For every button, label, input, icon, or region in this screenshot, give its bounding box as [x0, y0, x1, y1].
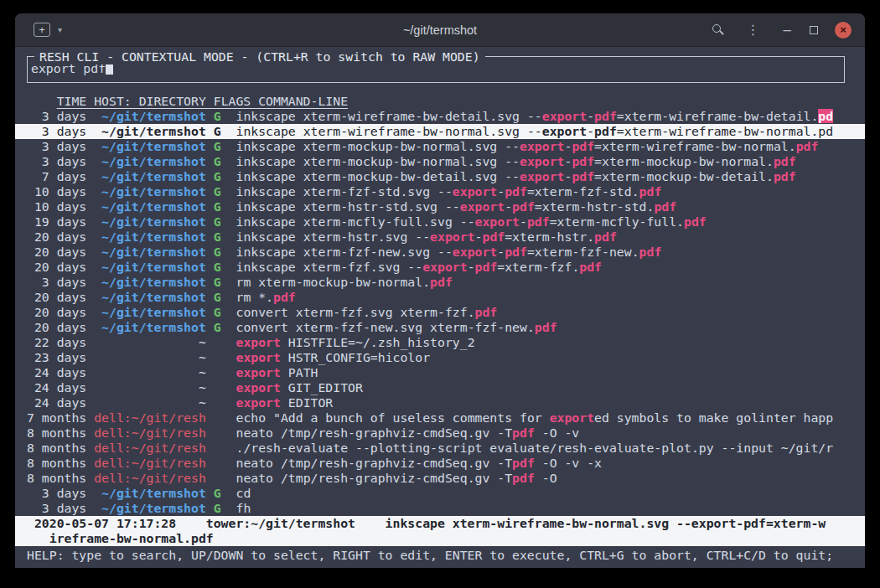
history-row[interactable]: 3 days ~/git/termshot G inkscape xterm-m…: [15, 139, 865, 154]
command-segment: inkscape xterm-hstr-std.svg --: [236, 199, 459, 214]
history-row[interactable]: 7 days ~/git/termshot G inkscape xterm-m…: [15, 169, 865, 184]
row-flags: G: [214, 305, 236, 319]
row-time: 23 days: [27, 350, 94, 364]
row-time: 22 days: [27, 335, 94, 349]
command-segment: pdf: [639, 184, 662, 199]
kebab-menu-icon[interactable]: ⋮: [747, 23, 760, 37]
command-segment: pdf: [579, 260, 602, 274]
command-segment: =xterm-mockup-bw-normal.: [594, 154, 774, 168]
history-row[interactable]: 20 days ~/git/termshot G inkscape xterm-…: [15, 245, 865, 260]
row-flags: [214, 350, 236, 364]
command-segment: export: [236, 395, 280, 410]
row-host: ~/git/termshot: [94, 486, 214, 500]
command-segment: pdf: [572, 139, 594, 153]
restore-window-icon[interactable]: [810, 26, 818, 34]
command-segment: pdf: [594, 230, 617, 244]
row-host: dell:~/git/resh: [94, 456, 214, 470]
command-segment: convert xterm-fzf.svg xterm-fzf.: [236, 305, 474, 319]
row-time: 3 days: [27, 109, 94, 123]
command-segment: =xterm-mockup-bw-detail.: [594, 169, 774, 183]
row-time: 24 days: [27, 380, 94, 395]
history-row[interactable]: 3 days ~/git/termshot G rm xterm-mockup-…: [15, 275, 865, 290]
row-flags: [214, 441, 236, 455]
row-host: ~: [94, 350, 214, 364]
row-host: ~/git/termshot: [94, 139, 214, 153]
history-row[interactable]: 3 days ~/git/termshot G cd: [15, 486, 865, 501]
row-host: ~/git/termshot: [94, 184, 214, 199]
command-segment: export: [422, 260, 467, 274]
history-row[interactable]: 20 days ~/git/termshot G inkscape xterm-…: [15, 230, 865, 245]
row-flags: G: [214, 154, 236, 168]
row-time: 3 days: [27, 154, 94, 168]
command-segment: export: [542, 124, 587, 138]
history-row[interactable]: 20 days ~/git/termshot G convert xterm-f…: [15, 305, 865, 320]
history-row[interactable]: 24 days ~ export PATH: [15, 365, 865, 380]
row-flags: G: [214, 109, 236, 123]
history-row[interactable]: 20 days ~/git/termshot G convert xterm-f…: [15, 320, 865, 335]
search-icon[interactable]: [712, 23, 725, 37]
row-flags: G: [214, 139, 236, 153]
history-row[interactable]: 24 days ~ export GIT_EDITOR: [15, 380, 865, 395]
row-host: ~/git/termshot: [94, 320, 214, 334]
history-row[interactable]: 22 days ~ export HISTFILE=~/.zsh_history…: [15, 335, 865, 350]
command-segment: pdf: [527, 214, 550, 229]
history-row[interactable]: 20 days ~/git/termshot G rm *.pdf: [15, 290, 865, 305]
history-row[interactable]: 8 months dell:~/git/resh ./resh-evaluate…: [15, 441, 865, 456]
row-host: ~/git/termshot: [94, 214, 214, 229]
history-row[interactable]: 3 days ~/git/termshot G inkscape xterm-w…: [15, 124, 865, 139]
command-segment: pdf: [505, 245, 527, 259]
command-segment: convert xterm-fzf-new.svg xterm-fzf-new.: [236, 320, 534, 334]
command-segment: pdf: [475, 305, 498, 319]
command-segment: pdf: [482, 230, 505, 244]
chevron-down-icon[interactable]: ▾: [58, 25, 62, 34]
row-flags: [214, 380, 236, 395]
row-host: ~/git/termshot: [94, 260, 214, 274]
command-segment: inkscape xterm-fzf-new.svg --: [236, 245, 452, 259]
command-segment: export: [236, 335, 280, 349]
command-segment: inkscape xterm-fzf.svg --: [236, 260, 422, 274]
history-row[interactable]: 20 days ~/git/termshot G inkscape xterm-…: [15, 260, 865, 275]
minimize-icon[interactable]: –: [784, 26, 791, 34]
command-segment: export: [520, 169, 564, 183]
new-tab-button[interactable]: +: [34, 23, 50, 37]
command-segment: pdf: [774, 169, 796, 183]
command-segment: export: [550, 410, 594, 425]
list-header: TIME HOST: DIRECTORY FLAGS COMMAND-LINE: [27, 94, 865, 109]
row-time: 8 months: [27, 471, 94, 485]
titlebar: + ▾ ~/git/termshot ⋮ – ×: [15, 13, 865, 47]
command-segment: pdf: [594, 124, 617, 138]
command-segment: pdf: [572, 169, 594, 183]
command-segment: =xterm-fzf.: [497, 260, 579, 274]
row-time: 20 days: [27, 230, 94, 244]
history-row[interactable]: 3 days ~/git/termshot G inkscape xterm-w…: [15, 109, 865, 124]
command-segment: PATH: [281, 365, 318, 379]
history-row[interactable]: 10 days ~/git/termshot G inkscape xterm-…: [15, 184, 865, 199]
history-row[interactable]: 8 months dell:~/git/resh neato /tmp/resh…: [15, 456, 865, 471]
titlebar-left-controls: + ▾: [15, 23, 62, 37]
history-row[interactable]: 10 days ~/git/termshot G inkscape xterm-…: [15, 199, 865, 214]
row-host: dell:~/git/resh: [94, 471, 214, 485]
command-segment: inkscape xterm-mockup-bw-detail.svg --: [236, 169, 520, 183]
command-segment: export: [236, 350, 280, 364]
history-row[interactable]: 3 days ~/git/termshot G fh: [15, 501, 865, 516]
history-row[interactable]: 8 months dell:~/git/resh neato /tmp/resh…: [15, 471, 865, 486]
command-segment: inkscape xterm-fzf-std.svg --: [236, 184, 452, 199]
history-row[interactable]: 3 days ~/git/termshot G inkscape xterm-m…: [15, 154, 865, 169]
history-row[interactable]: 19 days ~/git/termshot G inkscape xterm-…: [15, 214, 865, 230]
row-time: 19 days: [27, 214, 94, 229]
history-row[interactable]: 7 months dell:~/git/resh echo "Add a bun…: [15, 410, 865, 426]
command-segment: =xterm-wireframe-bw-detail.: [617, 109, 819, 123]
command-segment: inkscape xterm-hstr.svg --: [236, 230, 430, 244]
history-row[interactable]: 8 months dell:~/git/resh neato /tmp/resh…: [15, 426, 865, 441]
row-host: ~/git/termshot: [94, 124, 214, 138]
close-button[interactable]: ×: [835, 22, 852, 39]
history-row[interactable]: 24 days ~ export EDITOR: [15, 395, 865, 410]
history-row[interactable]: 23 days ~ export HSTR_CONFIG=hicolor: [15, 350, 865, 365]
row-host: dell:~/git/resh: [94, 441, 214, 455]
row-host: ~: [94, 395, 214, 410]
command-segment: export: [236, 380, 280, 395]
row-host: ~/git/termshot: [94, 275, 214, 289]
command-segment: pdf: [273, 290, 296, 304]
command-segment: export: [520, 154, 564, 168]
command-segment: neato /tmp/resh-graphviz-cmdSeq.gv -T: [236, 456, 512, 470]
